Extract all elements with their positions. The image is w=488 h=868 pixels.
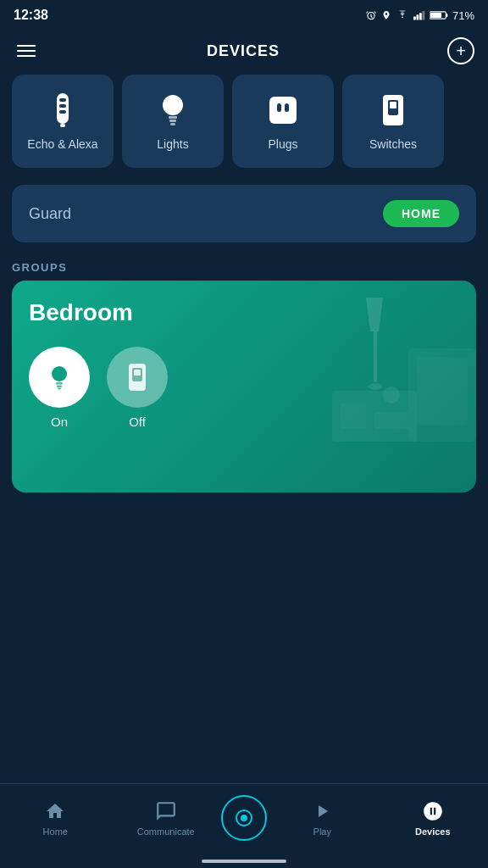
switches-icon: [374, 92, 412, 129]
svg-rect-14: [169, 116, 177, 119]
switch-off-circle: [107, 347, 168, 408]
svg-rect-3: [419, 13, 422, 19]
bedroom-switch-off[interactable]: Off: [107, 347, 168, 429]
svg-rect-9: [59, 98, 66, 102]
svg-rect-35: [58, 388, 61, 390]
guard-label: Guard: [29, 205, 71, 223]
category-echo[interactable]: Echo & Alexa: [12, 75, 114, 168]
wifi-icon: [396, 10, 409, 20]
signal-icon: [413, 10, 425, 20]
menu-button[interactable]: [14, 42, 39, 60]
header: DEVICES +: [0, 31, 488, 75]
category-lights[interactable]: Lights: [122, 75, 224, 168]
guard-status-button[interactable]: HOME: [383, 200, 459, 227]
lights-label: Lights: [157, 137, 188, 151]
svg-rect-22: [390, 102, 396, 108]
category-scroll: Echo & Alexa Lights Plugs: [0, 75, 488, 178]
svg-rect-15: [169, 120, 176, 122]
home-indicator: [202, 860, 286, 863]
svg-rect-11: [59, 110, 66, 114]
light-on-label: On: [51, 415, 68, 429]
nav-communicate[interactable]: Communicate: [111, 799, 222, 837]
svg-point-32: [52, 366, 67, 381]
groups-label: GROUPS: [0, 249, 488, 281]
bulb-on-icon: [44, 362, 75, 392]
svg-rect-6: [446, 14, 447, 17]
svg-rect-16: [170, 123, 175, 125]
svg-point-13: [163, 95, 183, 115]
battery-percent: 71%: [452, 9, 474, 22]
alarm-icon: [365, 9, 377, 21]
light-on-circle: [29, 347, 90, 408]
svg-rect-1: [413, 16, 416, 19]
svg-rect-4: [422, 11, 424, 20]
play-icon: [310, 799, 334, 823]
svg-rect-12: [60, 124, 65, 127]
bedroom-devices: On Off: [29, 347, 459, 429]
guard-section: Guard HOME: [12, 185, 476, 242]
plugs-icon: [264, 92, 302, 129]
devices-icon: [421, 799, 445, 823]
svg-rect-2: [416, 14, 419, 19]
category-plugs[interactable]: Plugs: [232, 75, 334, 168]
bedroom-group-card[interactable]: Bedroom On Off: [12, 281, 476, 492]
svg-rect-34: [57, 386, 62, 388]
bedroom-light-on[interactable]: On: [29, 347, 90, 429]
svg-rect-17: [269, 97, 297, 124]
home-icon: [43, 799, 67, 823]
location-icon: [381, 9, 391, 21]
switch-off-label: Off: [129, 415, 146, 429]
alexa-icon: [234, 808, 254, 828]
home-nav-label: Home: [43, 826, 68, 837]
svg-rect-19: [285, 103, 289, 112]
svg-rect-7: [430, 13, 441, 18]
status-icons: 71%: [365, 9, 474, 22]
nav-devices[interactable]: Devices: [378, 799, 489, 837]
nav-home[interactable]: Home: [0, 799, 111, 837]
add-device-button[interactable]: +: [447, 37, 474, 64]
bedroom-title: Bedroom: [29, 299, 459, 326]
battery-icon: [430, 10, 448, 20]
bottom-nav: Home Communicate Play Devices: [0, 783, 488, 868]
echo-label: Echo & Alexa: [27, 137, 97, 151]
svg-point-40: [241, 815, 247, 821]
category-switches[interactable]: Switches: [342, 75, 444, 168]
status-time: 12:38: [14, 8, 48, 23]
switches-label: Switches: [369, 137, 417, 151]
communicate-icon: [154, 799, 178, 823]
nav-play[interactable]: Play: [267, 799, 378, 837]
svg-rect-18: [277, 103, 281, 112]
play-nav-label: Play: [313, 826, 331, 837]
switch-off-icon: [124, 362, 151, 392]
devices-nav-label: Devices: [415, 826, 451, 837]
alexa-button[interactable]: [221, 795, 267, 841]
plugs-label: Plugs: [268, 137, 297, 151]
page-title: DEVICES: [207, 42, 280, 60]
svg-rect-8: [57, 93, 69, 124]
svg-rect-33: [56, 382, 63, 385]
communicate-nav-label: Communicate: [137, 826, 195, 837]
echo-icon: [44, 92, 81, 129]
svg-rect-10: [59, 104, 66, 108]
status-bar: 12:38 71%: [0, 0, 488, 31]
lights-icon: [154, 92, 191, 129]
svg-rect-38: [134, 370, 141, 376]
